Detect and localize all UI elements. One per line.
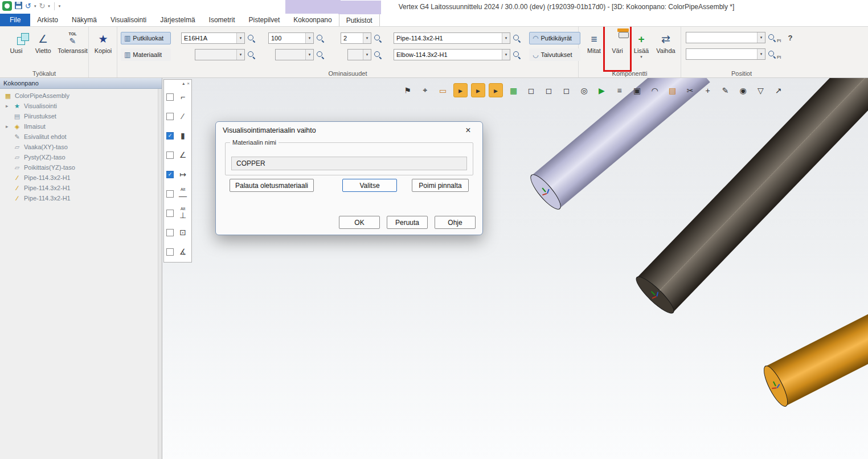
tab-putkistot[interactable]: Putkistot (339, 14, 380, 26)
snap-point-icon[interactable]: ▸ (471, 83, 485, 97)
qat-customize-button[interactable]: ▾ (59, 4, 61, 9)
search-icon[interactable] (373, 50, 382, 59)
lock-checkbox[interactable] (166, 229, 174, 236)
lock-icon[interactable]: ⊡ (177, 228, 189, 237)
vaihda-button[interactable]: ⇄ Vaihda (654, 28, 678, 68)
chevron-down-icon[interactable]: ▾ (757, 49, 765, 59)
chevron-down-icon[interactable]: ▾ (640, 55, 642, 59)
redo-button[interactable]: ↻ (39, 2, 45, 10)
route-elbow-checkbox[interactable] (166, 93, 174, 101)
tab-näkymä[interactable]: Näkymä (65, 14, 104, 26)
search-pipe-class-icon[interactable] (247, 34, 256, 43)
filter-icon[interactable]: ▽ (754, 83, 768, 97)
dialog-titlebar[interactable]: Visualisointimateriaalin vaihto × (216, 122, 482, 139)
putkikayrat-toggle[interactable]: ◠ Putkikäyrät (529, 32, 580, 44)
tree-item[interactable]: ▸◈Ilmaisut (0, 121, 162, 132)
measure-icon[interactable]: ▭ (436, 83, 450, 97)
cylinder-view-icon[interactable]: ◎ (577, 83, 591, 97)
chevron-down-icon[interactable]: ▾ (236, 50, 244, 60)
view-box3-icon[interactable]: ◻ (559, 83, 574, 97)
search-icon[interactable] (316, 50, 325, 59)
search-dn-icon[interactable] (316, 34, 325, 43)
undo-dropdown-icon[interactable]: ▾ (34, 4, 36, 9)
dn-combo[interactable]: 100 ▾ (268, 32, 314, 44)
select-window-icon[interactable]: ⌖ (418, 83, 432, 97)
count-combo[interactable]: 2 ▾ (341, 32, 371, 44)
help-dialog-button[interactable]: Ohje (435, 216, 476, 229)
panel-scrollbar[interactable] (158, 89, 162, 459)
chevron-down-icon[interactable]: ▾ (502, 33, 510, 43)
tab-järjestelmä[interactable]: Järjestelmä (153, 14, 202, 26)
vertex-logo-icon[interactable] (2, 1, 12, 11)
close-icon[interactable]: × (461, 124, 476, 137)
route-slope-checkbox[interactable] (166, 113, 174, 120)
attach-icon[interactable]: ✎ (718, 83, 732, 97)
route-elbow-icon[interactable]: ⌐ (177, 92, 189, 101)
elbow-component-combo[interactable]: Elbow-114.3x2-H1 ▾ (394, 49, 510, 60)
restore-default-material-button[interactable]: Palauta oletusmateriaali (230, 179, 314, 192)
snap-free-icon[interactable]: ▸ (453, 83, 468, 97)
clipboard-icon[interactable]: ▣ (630, 83, 644, 97)
tree-item[interactable]: ✎Esivalitut ehdot (0, 132, 162, 142)
dn-combo-2[interactable]: ▾ (275, 49, 314, 60)
tab-arkisto[interactable]: Arkisto (30, 14, 65, 26)
tab-file[interactable]: File (0, 14, 30, 26)
layers-icon[interactable]: ▤ (665, 83, 679, 97)
putkiluokat-toggle[interactable]: ▥ Putkiluokat (121, 32, 171, 44)
save-button[interactable] (15, 2, 22, 11)
search-count-icon[interactable] (373, 34, 382, 43)
search-pipe-icon[interactable] (512, 34, 521, 43)
chevron-down-icon[interactable]: ▾ (757, 32, 765, 43)
chevron-down-icon[interactable]: ▾ (236, 33, 244, 43)
pipe-component-combo[interactable]: Pipe-114.3x2-H1 ▾ (394, 32, 510, 44)
list-icon[interactable]: ≡ (612, 83, 627, 97)
box-solid-icon[interactable]: ▦ (506, 83, 521, 97)
box-green-icon[interactable]: ▶ (595, 83, 609, 97)
tab-visualisointi[interactable]: Visualisointi (104, 14, 153, 26)
toleranssit-button[interactable]: TOL ✎ Toleranssit (57, 28, 88, 68)
vietto-button[interactable]: ∠ Vietto (30, 28, 56, 68)
route-riser-icon[interactable]: ▮ (177, 131, 189, 140)
protractor-checkbox[interactable] (166, 248, 174, 256)
tab-pistepilvet[interactable]: Pistepilvet (242, 14, 287, 26)
view-box-icon[interactable]: ◻ (524, 83, 538, 97)
chevron-down-icon[interactable]: ▾ (502, 50, 510, 60)
dome-icon[interactable]: ◠ (648, 83, 662, 97)
alt-line-icon[interactable]: Alt― (177, 187, 189, 200)
pin-icon[interactable]: ⚑ (400, 83, 415, 97)
viewport-3d[interactable]: ⚑⌖▭▸▸▸▦◻◻◻◎▶≡▣◠▤✂+✎◉▽↗ ▴ × ⌐∕✓▮∠✓↦Alt―Al… (162, 78, 868, 459)
position-combo[interactable]: ▾ (686, 32, 765, 43)
cut-icon[interactable]: ✂ (683, 83, 697, 97)
chevron-down-icon[interactable]: ▾ (305, 33, 313, 43)
undo-button[interactable]: ↺ (25, 2, 31, 10)
chevron-down-icon[interactable]: ▾ (305, 50, 313, 60)
expand-arrow-icon[interactable]: ▸ (6, 103, 13, 109)
tab-kokoonpano[interactable]: Kokoonpano (286, 14, 338, 26)
count-combo-2[interactable]: ▾ (347, 49, 371, 60)
chevron-down-icon[interactable]: ▾ (363, 33, 371, 43)
route-flow-icon[interactable]: ↦ (177, 170, 189, 179)
search-position-icon[interactable] (767, 33, 776, 42)
pick-from-surface-button[interactable]: Poimi pinnalta (412, 179, 469, 192)
tree-item[interactable]: ▱Vaaka(XY)-taso (0, 142, 162, 152)
pipe-lavender[interactable] (532, 78, 710, 208)
pipe-orange[interactable] (765, 286, 868, 406)
tree-item[interactable]: ▱Poikittais(YZ)-taso (0, 162, 162, 173)
protractor-icon[interactable]: ∡ (177, 247, 189, 256)
export-view-icon[interactable]: ↗ (771, 83, 785, 97)
tree-item[interactable]: ▦ColorPipeAssembly (0, 91, 162, 101)
taivutukset-button[interactable]: ◡ Taivutukset (529, 48, 580, 61)
route-flow-checkbox[interactable]: ✓ (166, 171, 174, 178)
chevron-down-icon[interactable]: ▾ (363, 50, 371, 60)
route-angle-icon[interactable]: ∠ (177, 150, 189, 159)
expand-arrow-icon[interactable]: ▸ (6, 124, 13, 129)
tree-item[interactable]: ∕Pipe-114.3x2-H1 (0, 183, 162, 193)
search-icon[interactable] (247, 50, 256, 59)
material-name-input[interactable] (231, 157, 467, 170)
tab-isometrit[interactable]: Isometrit (202, 14, 242, 26)
materiaalit-button[interactable]: ▥ Materiaalit (121, 48, 171, 61)
ucs-axes-icon[interactable]: + (701, 83, 715, 97)
alt-elevation-checkbox[interactable] (166, 210, 174, 217)
route-angle-checkbox[interactable] (166, 151, 174, 159)
pipe-class-combo[interactable]: E16H1A ▾ (181, 32, 245, 44)
